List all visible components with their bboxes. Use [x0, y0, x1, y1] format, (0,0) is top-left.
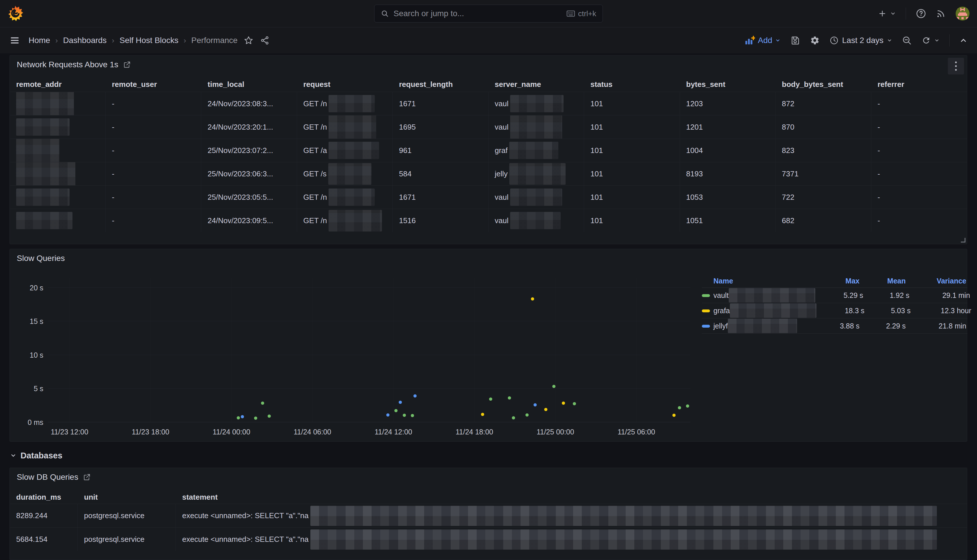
legend-row: vault5.29 s1.92 s29.1 min	[702, 288, 967, 303]
grafana-logo[interactable]	[8, 5, 23, 22]
external-link-icon[interactable]	[83, 473, 91, 481]
breadcrumb-folder[interactable]: Self Host Blocks	[120, 36, 178, 45]
legend-series-name[interactable]: vault	[714, 288, 815, 303]
panel-title[interactable]: Network Requests Above 1s	[17, 60, 118, 69]
data-point-jellyf	[399, 401, 402, 404]
table-row: 5684.154postgresql.serviceexecute <unnam…	[10, 527, 967, 551]
legend-swatch[interactable]	[702, 325, 710, 328]
redacted-text	[328, 210, 382, 232]
section-databases[interactable]: Databases	[10, 449, 967, 462]
column-header[interactable]: time_local	[201, 80, 297, 89]
column-header[interactable]: body_bytes_sent	[775, 80, 871, 89]
legend-row: grafa18.3 s5.03 s12.3 hour	[702, 303, 967, 318]
redacted-text	[730, 303, 817, 318]
data-point-jellyf	[534, 403, 537, 407]
breadcrumb-current: Performance	[192, 36, 238, 45]
legend-value: 3.88 s	[812, 322, 861, 330]
redacted-text	[510, 95, 564, 112]
panel-title[interactable]: Slow Queries	[17, 254, 65, 263]
add-chart-icon	[745, 35, 755, 45]
breadcrumb-dashboards[interactable]: Dashboards	[63, 36, 107, 45]
redacted-text	[310, 506, 937, 526]
data-point-vault	[411, 414, 414, 417]
search-icon	[381, 10, 389, 18]
chevron-down-icon	[887, 38, 892, 43]
data-point-vault	[489, 397, 492, 401]
redacted-text	[328, 95, 375, 112]
panel-menu-button[interactable]	[948, 58, 964, 75]
y-axis-label: 0 ms	[11, 418, 43, 427]
column-header[interactable]: bytes_sent	[680, 80, 776, 89]
zoom-out-time-button[interactable]	[902, 35, 912, 45]
redacted-text	[328, 142, 379, 159]
external-link-icon[interactable]	[123, 61, 131, 69]
x-axis-label: 11/24 18:00	[455, 428, 493, 436]
data-point-vault	[403, 413, 406, 417]
mega-menu-toggle[interactable]	[10, 35, 20, 46]
breadcrumb-home[interactable]: Home	[28, 36, 50, 45]
x-axis-label: 11/23 12:00	[51, 428, 88, 436]
legend-swatch[interactable]	[702, 310, 710, 312]
column-header[interactable]: remote_addr	[10, 80, 106, 89]
panel-resize-handle[interactable]	[961, 238, 965, 242]
help-button[interactable]	[916, 8, 926, 19]
new-menu-button[interactable]	[878, 9, 896, 18]
legend-value: 12.3 hour	[912, 307, 972, 315]
data-point-vault	[678, 406, 681, 409]
user-avatar[interactable]	[955, 7, 969, 20]
x-axis-label: 11/25 00:00	[537, 428, 574, 436]
news-icon[interactable]	[936, 9, 946, 18]
redacted-text	[328, 115, 376, 138]
global-search[interactable]: Search or jump to... ctrl+k	[374, 5, 603, 23]
table-row: -25/Nov/2023:06:3...GET /s584jelly101819…	[10, 162, 967, 185]
dashboard-toolbar: Home › Dashboards › Self Host Blocks › P…	[0, 27, 977, 53]
legend-swatch[interactable]	[702, 294, 710, 297]
redacted-text	[16, 162, 75, 185]
collapse-toolbar-button[interactable]	[959, 37, 967, 45]
search-shortcut: ctrl+k	[578, 9, 596, 18]
column-header[interactable]: request_length	[393, 80, 488, 89]
legend-header-variance[interactable]: Variance	[907, 277, 967, 285]
table-row: 8289.244postgresql.serviceexecute <unnam…	[10, 504, 967, 527]
add-panel-button[interactable]: Add	[745, 35, 780, 45]
legend-header-max[interactable]: Max	[812, 277, 861, 285]
legend-value: 5.29 s	[815, 291, 864, 300]
legend-header-name[interactable]: Name	[714, 277, 812, 285]
time-range-picker[interactable]: Last 2 days	[829, 36, 892, 45]
redacted-text	[510, 212, 561, 229]
data-point-vault	[508, 396, 511, 400]
data-point-grafa	[481, 413, 484, 416]
panel-title[interactable]: Slow DB Queries	[17, 473, 78, 482]
panel-network-requests: Network Requests Above 1s remote_addrrem…	[10, 55, 967, 244]
redacted-text	[16, 212, 72, 229]
data-point-vault	[261, 402, 264, 405]
plus-icon	[878, 9, 887, 18]
data-point-vault	[254, 417, 257, 420]
favorite-star-icon[interactable]	[244, 36, 253, 45]
column-header[interactable]: server_name	[488, 80, 584, 89]
column-header[interactable]: referrer	[871, 80, 967, 89]
refresh-button[interactable]	[922, 36, 939, 45]
chevron-down-icon	[10, 452, 17, 459]
x-axis-label: 11/25 06:00	[618, 428, 655, 436]
data-point-vault	[237, 416, 240, 419]
dashboard-settings-button[interactable]	[810, 35, 820, 45]
column-header[interactable]: remote_user	[106, 80, 202, 89]
chevron-down-icon	[890, 11, 896, 17]
table-row: -25/Nov/2023:07:2...GET /a961graf1011004…	[10, 138, 967, 162]
legend-series-name[interactable]: grafa	[714, 303, 817, 318]
save-dashboard-button[interactable]	[790, 35, 800, 45]
redacted-text	[328, 188, 375, 206]
column-header[interactable]: status	[584, 80, 680, 89]
keyboard-icon	[567, 10, 575, 17]
legend-series-name[interactable]: jellyf	[714, 319, 812, 333]
column-header[interactable]: unit	[78, 493, 176, 502]
x-axis-label: 11/24 00:00	[213, 428, 250, 436]
table-row: -25/Nov/2023:05:5...GET /n1671vaul101105…	[10, 185, 967, 209]
share-icon[interactable]	[260, 36, 269, 45]
column-header[interactable]: request	[297, 80, 393, 89]
column-header[interactable]: statement	[176, 493, 967, 502]
legend-header-mean[interactable]: Mean	[861, 277, 907, 285]
column-header[interactable]: duration_ms	[10, 493, 78, 502]
redacted-text	[16, 92, 74, 115]
